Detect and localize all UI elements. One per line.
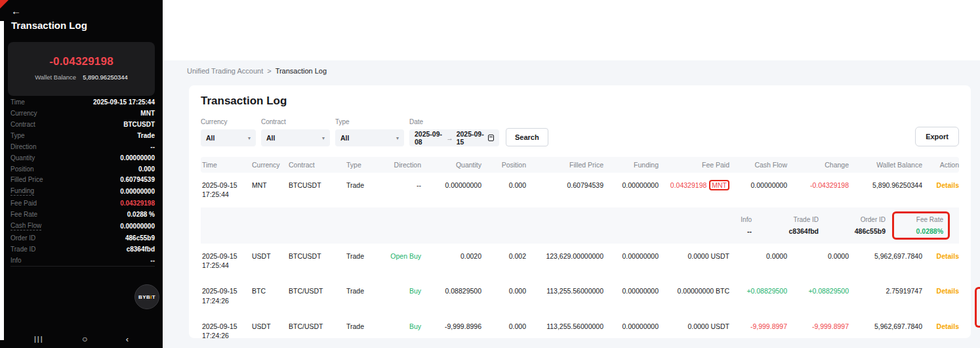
search-button[interactable]: Search bbox=[506, 128, 548, 146]
export-button[interactable]: Export bbox=[915, 127, 959, 146]
mobile-page-title: Transaction Log bbox=[11, 20, 87, 31]
mobile-detail-label: Position bbox=[10, 166, 34, 173]
breadcrumb-parent[interactable]: Unified Trading Account bbox=[187, 67, 263, 75]
cell-value: +0.08829500 bbox=[808, 287, 849, 295]
mobile-detail-value: 0.00000000 bbox=[120, 155, 155, 162]
breadcrumb-current: Transaction Log bbox=[276, 67, 327, 75]
details-link[interactable]: Details bbox=[937, 252, 959, 260]
cell-position: 0.000 bbox=[481, 314, 526, 348]
bybit-logo: BYBIT bbox=[134, 284, 159, 309]
cell-time: 2025-09-15 17:25:44 bbox=[201, 173, 252, 207]
mobile-detail-value: -- bbox=[150, 144, 155, 150]
cell-time: 2025-09-15 17:25:44 bbox=[201, 244, 252, 278]
back-nav-icon[interactable]: ‹ bbox=[126, 334, 129, 344]
annotation-box-clipped bbox=[975, 287, 980, 328]
cell-wallet-balance: 5,962,697.7840 bbox=[849, 314, 922, 348]
mobile-detail-label: Filled Price bbox=[10, 177, 43, 183]
detail-item-label: Fee Rate bbox=[899, 215, 943, 225]
contract-select-value: All bbox=[266, 134, 275, 142]
cell-value: Buy bbox=[409, 322, 421, 330]
annotation-box-fee-currency: MNT bbox=[709, 180, 729, 190]
cell-funding: 0.00000000 bbox=[603, 314, 659, 348]
cell-quantity: 0.08829500 bbox=[421, 278, 481, 313]
cell-time: 2025-09-15 17:24:26 bbox=[201, 314, 252, 348]
detail-item-value: c8364fbd bbox=[761, 227, 819, 236]
currency-filter: Currency All ▾ bbox=[201, 118, 256, 146]
date-end: 2025-09-15 bbox=[457, 130, 485, 146]
cell-change: -0.04329198 bbox=[787, 173, 849, 207]
chevron-down-icon: ▾ bbox=[322, 135, 325, 141]
detail-item-label: Order ID bbox=[828, 215, 886, 225]
contract-select[interactable]: All ▾ bbox=[261, 129, 330, 146]
cell-wallet-balance: 5,962,697.7840 bbox=[849, 244, 922, 278]
cell-fee-paid: 0.00000000 BTC bbox=[659, 278, 729, 313]
home-icon[interactable]: ○ bbox=[82, 334, 87, 344]
contract-filter-label: Contract bbox=[261, 118, 330, 125]
contract-filter: Contract All ▾ bbox=[261, 118, 330, 146]
column-header-funding: Funding bbox=[603, 157, 659, 173]
cell-type: Trade bbox=[346, 314, 379, 348]
back-arrow-icon[interactable]: ← bbox=[11, 5, 21, 16]
column-header-type: Type bbox=[346, 157, 379, 173]
cell-action: Details bbox=[922, 244, 959, 278]
table-head: TimeCurrencyContractTypeDirectionQuantit… bbox=[201, 157, 959, 173]
mobile-detail-label: Type bbox=[10, 133, 25, 139]
details-link[interactable]: Details bbox=[937, 287, 959, 295]
column-header-action: Action bbox=[922, 157, 959, 173]
mobile-detail-label: Info bbox=[10, 257, 22, 264]
cell-currency: MNT bbox=[252, 173, 289, 207]
column-header-currency: Currency bbox=[252, 157, 289, 173]
cell-funding: 0.00000000 bbox=[603, 244, 659, 278]
cell-type: Trade bbox=[346, 244, 379, 278]
cell-direction: Open Buy bbox=[379, 244, 421, 278]
cell-filled-price: 113,255.56000000 bbox=[526, 278, 603, 313]
screen: ← Transaction Log -0.04329198 Wallet Bal… bbox=[0, 0, 980, 348]
cell-type: Trade bbox=[346, 173, 379, 207]
cell-direction: Buy bbox=[379, 278, 421, 313]
breadcrumb: Unified Trading Account>Transaction Log bbox=[187, 67, 327, 75]
left-gutter bbox=[0, 21, 4, 340]
table-row: 2025-09-15 17:25:44USDTBTCUSDTTradeOpen … bbox=[201, 244, 959, 278]
mobile-detail-value: 486c55b9 bbox=[125, 235, 155, 242]
mobile-detail-row: Trade IDc8364fbd bbox=[10, 246, 155, 253]
date-range-picker[interactable]: 2025-09-08 → 2025-09-15 bbox=[409, 129, 499, 146]
cell-position: 0.000 bbox=[481, 278, 526, 313]
mobile-detail-row: TypeTrade bbox=[10, 133, 155, 139]
detail-band: Info--Trade IDc8364fbdOrder ID486c55b9Fe… bbox=[201, 207, 959, 244]
mobile-detail-label: Currency bbox=[10, 110, 37, 117]
mobile-detail-value: Trade bbox=[137, 133, 155, 139]
mobile-detail-label: Direction bbox=[10, 144, 36, 150]
mobile-detail-row: ContractBTCUSDT bbox=[10, 121, 155, 128]
cell-contract: BTC/USDT bbox=[289, 314, 346, 348]
mobile-panel: ← Transaction Log -0.04329198 Wallet Bal… bbox=[0, 0, 163, 348]
cell-change: -9,999.8997 bbox=[787, 314, 849, 348]
mobile-detail-label: Fee Rate bbox=[10, 211, 37, 218]
mobile-detail-row: Fee Rate0.0288 % bbox=[10, 211, 155, 218]
cell-contract: BTC/USDT bbox=[289, 278, 346, 313]
cell-wallet-balance: 5,890.96250344 bbox=[849, 173, 922, 207]
type-select[interactable]: All ▾ bbox=[335, 129, 404, 146]
cell-quantity: 0.0020 bbox=[421, 244, 481, 278]
date-start: 2025-09-08 bbox=[415, 130, 443, 146]
mobile-detail-row: Info-- bbox=[10, 257, 155, 264]
arrow-right-icon: → bbox=[446, 134, 453, 142]
mobile-detail-row: Quantity0.00000000 bbox=[10, 155, 155, 162]
cell-fee-paid: 0.04329198 MNT bbox=[659, 173, 729, 207]
mobile-detail-list: Time2025-09-15 17:25:44CurrencyMNTContra… bbox=[10, 99, 155, 267]
cell-change: +0.08829500 bbox=[787, 278, 849, 313]
wallet-balance-label: Wallet Balance bbox=[35, 74, 76, 81]
recents-icon[interactable]: ||| bbox=[34, 335, 44, 343]
details-link[interactable]: Details bbox=[937, 181, 959, 189]
summary-amount: -0.04329198 bbox=[8, 55, 155, 68]
details-link[interactable]: Details bbox=[937, 322, 959, 330]
cell-value: Open Buy bbox=[390, 252, 421, 260]
table-row: 2025-09-15 17:25:44MNTBTCUSDTTrade--0.00… bbox=[201, 173, 959, 207]
column-header-filled-price: Filled Price bbox=[526, 157, 603, 173]
table-body: 2025-09-15 17:25:44MNTBTCUSDTTrade--0.00… bbox=[201, 173, 959, 348]
currency-select[interactable]: All ▾ bbox=[201, 129, 256, 146]
annotation-box-fee-rate: Fee Rate0.0288% bbox=[892, 211, 950, 240]
cell-direction: -- bbox=[379, 173, 421, 207]
cell-value: -9,999.8997 bbox=[750, 322, 787, 330]
cell-action: Details bbox=[922, 278, 959, 313]
cell-contract: BTCUSDT bbox=[289, 173, 346, 207]
